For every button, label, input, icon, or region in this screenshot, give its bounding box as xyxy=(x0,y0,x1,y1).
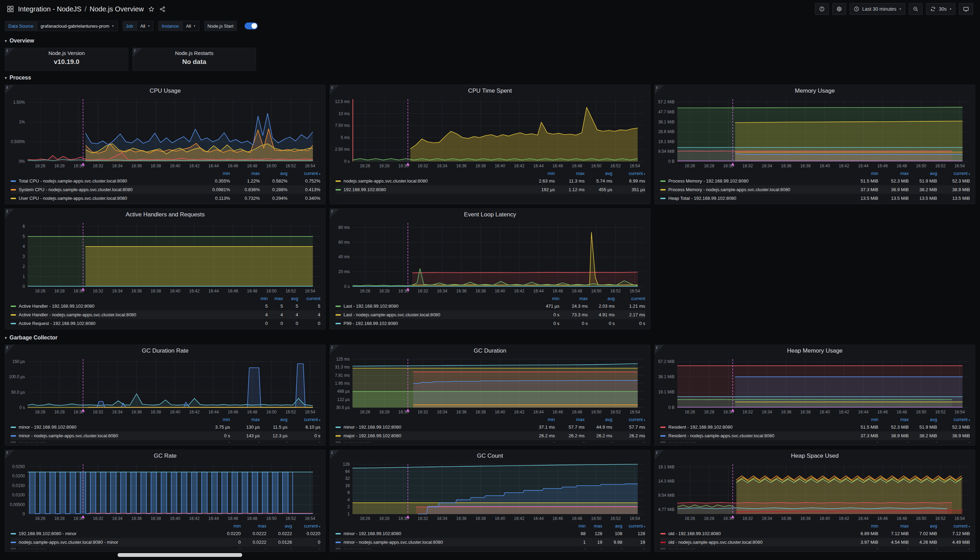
legend-sort-max[interactable]: max xyxy=(878,523,909,528)
legend-row[interactable]: minor - nodejs.sample-apps.svc.cluster.l… xyxy=(11,432,321,440)
breadcrumb[interactable]: Integration - NodeJS / Node.js Overview xyxy=(18,5,144,13)
legend-row[interactable]: Last - 192.168.99.102:8080471 µs24.3 ms2… xyxy=(336,302,645,310)
legend-row[interactable]: nodejs.sample-apps.svc.cluster.local:808… xyxy=(11,538,321,547)
horizontal-scrollbar[interactable] xyxy=(118,553,242,557)
legend-sort-max[interactable]: max xyxy=(555,171,584,176)
legend-row[interactable]: old - nodejs.sample-apps.svc.cluster.loc… xyxy=(660,538,970,547)
legend-header[interactable]: minmaxavgcurrent▾ xyxy=(336,522,645,529)
legend-sort-max[interactable]: max xyxy=(559,296,588,301)
nodejs-start-toggle[interactable] xyxy=(245,22,258,29)
legend-sort-avg[interactable]: avg xyxy=(909,171,937,176)
series-label[interactable]: Process Memory - 192.168.99.102:8080 xyxy=(668,178,845,183)
series-label[interactable]: nodejs.sample-apps.svc.cluster.local:808… xyxy=(19,540,213,545)
series-label[interactable]: Active Request - 192.168.99.102:8080 xyxy=(19,321,251,326)
series-label[interactable]: nodejs.sample-apps.svc.cluster.local:808… xyxy=(344,178,523,183)
legend-sort-min[interactable]: min xyxy=(523,417,555,422)
series-label[interactable]: User CPU - nodejs.sample-apps.svc.cluste… xyxy=(19,196,198,201)
legend-sort-current[interactable]: current▾ xyxy=(612,171,645,176)
series-label[interactable]: major - 192.168.99.102:8080 xyxy=(344,433,523,438)
legend-row[interactable]: minor - 192.168.99.102:808037.1 ms57.7 m… xyxy=(336,423,645,432)
legend-row-clipped[interactable]: ··· ··· ·· ··· ····---- xyxy=(11,440,321,444)
legend-sort-current[interactable]: current▾ xyxy=(287,171,321,176)
series-label[interactable]: Process Memory - nodejs.sample-apps.svc.… xyxy=(668,187,845,192)
legend-sort-max[interactable]: max xyxy=(268,296,283,301)
legend-row[interactable]: minor - 192.168.99.102:808088128108128 xyxy=(336,529,645,538)
gc-count-chart[interactable]: 128643216842116:2616:2816:3016:3216:3416… xyxy=(332,461,648,522)
legend-row[interactable]: Active Request - 192.168.99.102:80800000 xyxy=(11,319,321,328)
panel-title[interactable]: GC Duration xyxy=(330,346,650,356)
legend-row[interactable]: Heap Total - 192.168.99.102:808013.5 MiB… xyxy=(660,194,970,203)
time-range-picker[interactable]: Last 30 minutes ▾ xyxy=(850,3,905,15)
series-label[interactable]: minor - nodejs.sample-apps.svc.cluster.l… xyxy=(344,540,569,545)
legend-row[interactable]: Last - nodejs.sample-apps.svc.cluster.lo… xyxy=(336,310,645,319)
legend-sort-avg[interactable]: avg xyxy=(584,171,612,176)
legend-sort-min[interactable]: min xyxy=(530,296,559,301)
share-icon[interactable] xyxy=(159,5,166,12)
series-label[interactable]: Active Handler - 192.168.99.102:8080 xyxy=(19,303,251,309)
panel-info-icon[interactable]: i xyxy=(655,450,664,459)
series-label[interactable]: minor - nodejs.sample-apps.svc.cluster.l… xyxy=(19,433,198,438)
series-label[interactable]: P99 - 192.168.99.102:8080 xyxy=(344,321,530,326)
series-label[interactable]: Resident - nodejs.sample-apps.svc.cluste… xyxy=(668,433,845,438)
series-label[interactable]: old - 192.168.99.102:8080 xyxy=(668,531,845,536)
legend-row[interactable]: Process Memory - nodejs.sample-apps.svc.… xyxy=(660,185,970,194)
series-label[interactable]: minor - 192.168.99.102:8080 xyxy=(344,531,569,536)
series-label[interactable]: Active Handler - nodejs.sample-apps.svc.… xyxy=(19,312,251,317)
panel-title[interactable]: Node.js Version xyxy=(5,48,128,57)
legend-sort-current[interactable]: current▾ xyxy=(612,417,645,422)
section-process[interactable]: ▾ Process xyxy=(5,73,980,82)
panel-info-icon[interactable]: i xyxy=(5,345,14,354)
panel-title[interactable]: GC Rate xyxy=(5,451,325,461)
legend-sort-avg[interactable]: avg xyxy=(260,171,287,176)
legend-sort-max[interactable]: max xyxy=(586,523,602,528)
legend-header[interactable]: minmaxavgcurrent▾ xyxy=(660,170,970,177)
panel-title[interactable]: Event Loop Latency xyxy=(330,210,650,220)
legend-sort-avg[interactable]: avg xyxy=(584,417,612,422)
series-label[interactable]: 192.168.99.102:8080 xyxy=(344,187,523,192)
legend-header[interactable]: minmaxavgcurrent▾ xyxy=(11,522,321,529)
legend-sort-avg[interactable]: avg xyxy=(266,523,292,528)
legend-row[interactable]: P99 - 192.168.99.102:80800 s0 s0 s0 s xyxy=(336,319,645,328)
legend-header[interactable]: minmaxavgcurrent xyxy=(336,295,645,302)
legend-row-clipped[interactable]: ··· ··· ·· ··· ····---- xyxy=(336,440,645,444)
datasource-select[interactable]: grafanacloud-gabrielantunes-prom▾ xyxy=(37,21,117,31)
panel-info-icon[interactable]: i xyxy=(330,209,339,218)
panel-title[interactable]: Node.js Restarts xyxy=(133,48,255,57)
legend-row[interactable]: major - 192.168.99.102:808026.2 ms26.2 m… xyxy=(336,432,645,440)
active-handlers-chart[interactable]: 654321016:2616:2816:3016:3216:3416:3616:… xyxy=(8,220,323,295)
legend-sort-max[interactable]: max xyxy=(878,417,909,422)
panel-title[interactable]: CPU Time Spent xyxy=(330,86,650,96)
panel-title[interactable]: Heap Memory Usage xyxy=(655,346,975,356)
panel-info-icon[interactable]: i xyxy=(330,345,339,354)
legend-sort-current[interactable]: current▾ xyxy=(937,523,970,528)
heap-memory-usage-chart[interactable]: 57.2 MiB38.1 MiB19.1 MiB0 B16:2616:2816:… xyxy=(657,356,973,416)
cpu-usage-chart[interactable]: 1.50%1%0.500%0%16:2616:2816:3016:3216:34… xyxy=(8,96,323,170)
legend-row[interactable]: Resident - nodejs.sample-apps.svc.cluste… xyxy=(660,432,970,440)
legend-header[interactable]: minmaxavgcurrent▾ xyxy=(660,416,970,423)
legend-row[interactable]: System CPU - nodejs.sample-apps.svc.clus… xyxy=(11,185,321,194)
legend-sort-min[interactable]: min xyxy=(845,171,878,176)
legend-row[interactable]: Active Handler - 192.168.99.102:80805555 xyxy=(11,302,321,310)
panel-info-icon[interactable]: i xyxy=(5,48,14,57)
legend-header[interactable]: minmaxavgcurrent▾ xyxy=(660,522,970,529)
panel-info-icon[interactable]: i xyxy=(5,450,14,459)
legend-sort-avg[interactable]: avg xyxy=(260,417,287,422)
legend-row[interactable]: minor - 192.168.99.102:80803.75 µs130 µs… xyxy=(11,423,321,432)
series-label[interactable]: 192.168.99.102:8080 - minor xyxy=(19,531,213,536)
legend-sort-avg[interactable]: avg xyxy=(283,296,298,301)
legend-sort-max[interactable]: max xyxy=(230,417,260,422)
legend-row[interactable]: minor - nodejs.sample-apps.svc.cluster.l… xyxy=(336,538,645,547)
cpu-time-spent-chart[interactable]: 12.5 ms10 ms7.50 ms5 ms2.50 ms0 s16:2616… xyxy=(332,96,648,170)
series-label[interactable]: old - nodejs.sample-apps.svc.cluster.loc… xyxy=(668,540,845,545)
memory-usage-chart[interactable]: 57.2 MiB47.7 MiB38.1 MiB28.6 MiB19.1 MiB… xyxy=(657,96,973,170)
legend-row-clipped[interactable]: ··· ··· ·· ··· ····---- xyxy=(660,440,970,444)
legend-row-clipped[interactable]: ··· ··· ·· ··· ····---- xyxy=(660,547,970,550)
series-label[interactable]: minor - 192.168.99.102:8080 xyxy=(344,425,523,430)
legend-sort-avg[interactable]: avg xyxy=(909,523,937,528)
legend-sort-max[interactable]: max xyxy=(241,523,266,528)
dashboard-info-button[interactable] xyxy=(815,3,829,15)
job-select[interactable]: All▾ xyxy=(137,21,154,31)
gc-rate-chart[interactable]: 0.02500.02000.01500.01000.00500016:2616:… xyxy=(8,461,323,522)
legend-header[interactable]: minmaxavgcurrent▾ xyxy=(336,416,645,423)
legend-row[interactable]: Total CPU - nodejs.sample-apps.svc.clust… xyxy=(11,177,321,185)
